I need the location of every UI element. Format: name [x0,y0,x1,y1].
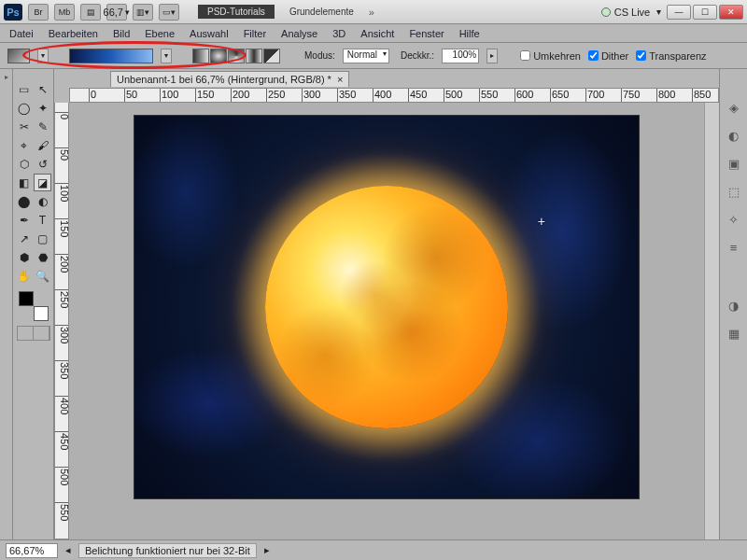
history-panel-icon[interactable]: ◑ [726,297,742,314]
menu-filter[interactable]: Filter [244,28,266,39]
tool-preset-dropdown[interactable]: ▾ [37,49,49,63]
type-tool[interactable]: T [34,211,51,229]
move-tool[interactable]: ▭ [15,80,33,98]
status-message: Belichtung funktioniert nur bei 32-Bit [78,543,257,558]
workspace-tab-psd[interactable]: PSD-Tutorials [198,5,275,19]
menu-bearbeiten[interactable]: Bearbeiten [49,28,98,39]
eyedropper-tool[interactable]: ✎ [34,118,51,135]
brush-tool[interactable]: 🖌 [34,136,51,154]
fg-color[interactable] [19,291,34,306]
3d-tool[interactable]: ⬢ [15,248,33,266]
cslive-icon [601,7,611,17]
menubar: Datei Bearbeiten Bild Ebene Auswahl Filt… [0,24,747,43]
channels-panel-icon[interactable]: ⬚ [726,183,742,200]
dither-check[interactable]: Dither [588,50,628,62]
styles-panel-icon[interactable]: ≡ [726,239,742,256]
eraser-tool[interactable]: ◧ [15,174,33,191]
menu-hilfe[interactable]: Hilfe [459,28,480,39]
gradient-type-group [192,49,280,63]
pen-tool[interactable]: ✒ [15,211,33,229]
workspace-tab-grund[interactable]: Grundelemente [280,5,363,19]
menu-fenster[interactable]: Fenster [409,28,444,39]
status-prev-icon[interactable]: ◂ [65,544,71,556]
menu-datei[interactable]: Datei [9,28,34,39]
gradient-preview[interactable] [69,49,153,63]
heal-tool[interactable]: ⌖ [15,136,33,154]
blur-tool[interactable]: ⬤ [15,192,33,210]
menu-ebene[interactable]: Ebene [145,28,175,39]
gradient-linear-button[interactable] [192,49,209,63]
umkehren-check[interactable]: Umkehren [520,50,581,62]
scrollbar-vertical[interactable] [704,103,719,539]
path-tool[interactable]: ↗ [15,230,33,247]
zoom-level-button[interactable]: 66,7 ▾ [106,4,127,21]
dodge-tool[interactable]: ◐ [34,192,51,210]
canvas-area[interactable]: + [69,103,704,539]
bg-color[interactable] [34,306,49,321]
transparenz-check[interactable]: Transparenz [636,50,706,62]
expand-icon[interactable]: ▸ [5,73,8,81]
close-button[interactable]: ✕ [719,5,743,20]
crosshair-cursor: + [538,214,545,229]
menu-bild[interactable]: Bild [113,28,130,39]
gradient-dropdown[interactable]: ▾ [161,49,172,63]
tool-preset-button[interactable] [7,49,30,63]
statusbar: 66,67% ◂ Belichtung funktioniert nur bei… [0,539,747,560]
3d-camera-tool[interactable]: ⬣ [34,248,51,266]
menu-ansicht[interactable]: Ansicht [360,28,394,39]
menu-3d[interactable]: 3D [332,28,345,39]
deckkr-label: Deckkr.: [401,50,434,61]
modus-label: Modus: [304,50,335,61]
right-panels: ◈ ◐ ▣ ⬚ ✧ ≡ ◑ ▦ [719,69,747,539]
gradient-tool[interactable]: ◪ [34,174,51,191]
lasso-tool[interactable]: ◯ [15,99,33,117]
sun [265,186,508,428]
arrange-button[interactable]: ▥▾ [133,4,153,21]
minibridge-button[interactable]: Mb [54,4,75,21]
color-swatches[interactable] [15,289,52,323]
left-gutter: ▸ [0,69,13,539]
deckkr-input[interactable]: 100% [442,49,479,63]
history-brush-tool[interactable]: ↺ [34,155,51,173]
options-bar: ▾ ▾ Modus: Normal Deckkr.: 100% ▸ Umkehr… [0,43,747,69]
canvas[interactable]: + [134,116,639,498]
paths-panel-icon[interactable]: ✧ [726,211,742,228]
document-tab[interactable]: Unbenannt-1 bei 66,7% (Hintergrund, RGB/… [110,71,349,87]
app-icon: Ps [4,4,22,21]
cslive-button[interactable]: CS Live ▾ [601,7,661,18]
bridge-button[interactable]: Br [28,4,49,21]
ruler-horizontal[interactable]: 0501001502002503003504004505005506006507… [69,88,719,103]
adjustments-panel-icon[interactable]: ◐ [726,127,742,144]
crop-tool[interactable]: ✂ [15,118,33,135]
gradient-reflected-button[interactable] [246,49,262,63]
quickmask-toggle[interactable] [17,326,50,341]
titlebar: Ps Br Mb ▤ 66,7 ▾ ▥▾ ▭▾ PSD-Tutorials Gr… [0,0,747,24]
stamp-tool[interactable]: ⬡ [15,155,33,173]
ruler-vertical[interactable]: 050100150200250300350400450500550 [54,103,69,539]
zoom-tool[interactable]: 🔍 [34,267,51,285]
hand-tool[interactable]: ✋ [15,267,33,285]
screen-mode-button[interactable]: ▭▾ [159,4,179,21]
masks-panel-icon[interactable]: ▣ [726,155,742,172]
wand-tool[interactable]: ✦ [34,99,51,117]
workspace-more-icon[interactable]: » [369,7,374,18]
maximize-button[interactable]: ☐ [693,5,717,20]
zoom-field[interactable]: 66,67% [6,543,58,558]
move-arrow-tool[interactable]: ↖ [34,80,51,98]
view-extras-button[interactable]: ▤ [80,4,101,21]
gradient-diamond-button[interactable] [263,49,280,63]
menu-analyse[interactable]: Analyse [281,28,317,39]
gradient-angle-button[interactable] [228,49,245,63]
minimize-button[interactable]: — [667,5,691,20]
document-tabs: Unbenannt-1 bei 66,7% (Hintergrund, RGB/… [54,69,719,88]
tab-close-icon[interactable]: × [337,74,343,85]
menu-auswahl[interactable]: Auswahl [190,28,229,39]
modus-select[interactable]: Normal [343,49,389,63]
status-next-icon[interactable]: ▸ [264,544,270,556]
shape-tool[interactable]: ▢ [34,230,51,247]
gradient-radial-button[interactable] [210,49,227,63]
layers-panel-icon[interactable]: ◈ [726,99,742,116]
toolbox: ▭↖ ◯✦ ✂✎ ⌖🖌 ⬡↺ ◧◪ ⬤◐ ✒T ↗▢ ⬢⬣ ✋🔍 [13,69,54,539]
deckkr-dropdown[interactable]: ▸ [486,49,498,63]
info-panel-icon[interactable]: ▦ [726,325,742,342]
